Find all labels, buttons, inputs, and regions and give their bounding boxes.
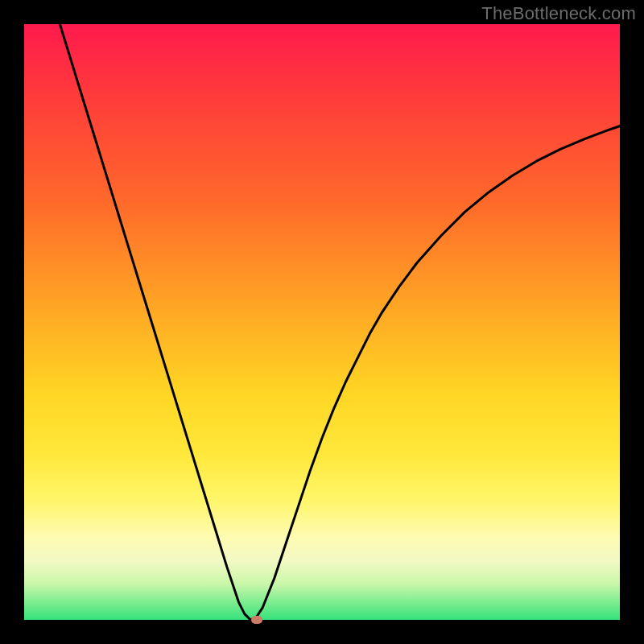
plot-area xyxy=(24,24,620,620)
curve-svg xyxy=(24,24,620,620)
bottleneck-curve xyxy=(60,24,620,620)
attribution-label: TheBottleneck.com xyxy=(481,3,636,24)
chart-stage: TheBottleneck.com xyxy=(0,0,644,644)
minimum-marker xyxy=(251,616,262,624)
